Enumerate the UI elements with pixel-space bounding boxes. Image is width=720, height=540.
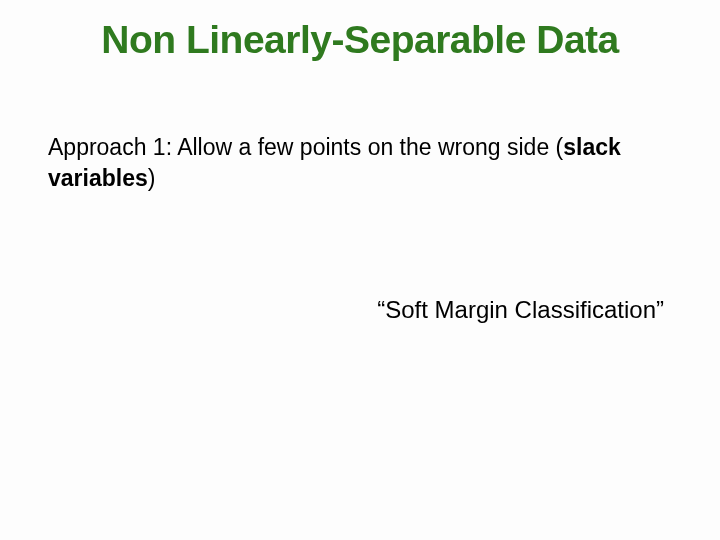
approach-lead: Approach 1: Allow a few points on the wr… [48,134,563,160]
slide-title: Non Linearly-Separable Data [0,18,720,62]
approach-text: Approach 1: Allow a few points on the wr… [48,132,660,194]
slide: Non Linearly-Separable Data Approach 1: … [0,0,720,540]
soft-margin-label: “Soft Margin Classification” [0,296,664,324]
approach-tail: ) [148,165,156,191]
